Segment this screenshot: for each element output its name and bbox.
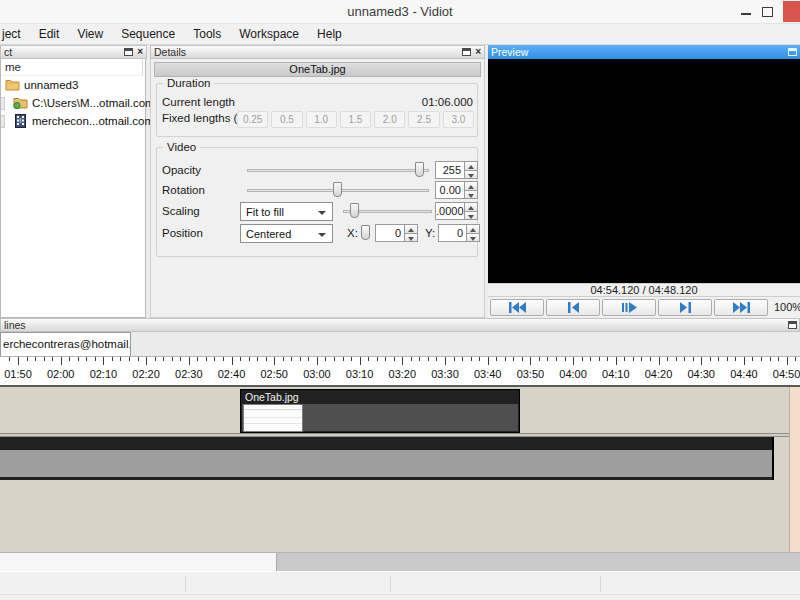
x-label: X: (347, 227, 358, 239)
tree-item[interactable]: C:\Users\M...otmail.com (1, 94, 145, 112)
preview-zoom-level[interactable]: 100% (774, 301, 800, 313)
audio-clip[interactable] (0, 437, 774, 480)
ruler-tick (616, 357, 617, 365)
project-column-header[interactable]: me (1, 59, 145, 76)
menu-item-ject[interactable]: ject (0, 24, 30, 44)
ruler-tick (496, 357, 497, 361)
playback-controls (488, 297, 800, 318)
minimize-icon[interactable] (741, 13, 751, 15)
menu-item-edit[interactable]: Edit (30, 24, 69, 44)
timeline-ruler[interactable]: 01:5002:0002:1002:2002:3002:4002:5003:00… (0, 356, 800, 387)
previous-frame-button[interactable] (546, 299, 600, 316)
menu-item-sequence[interactable]: Sequence (112, 24, 184, 44)
ruler-tick (112, 357, 113, 361)
close-icon[interactable]: × (475, 48, 481, 56)
goto-end-button[interactable] (714, 299, 768, 316)
ruler-tick (667, 357, 668, 361)
ruler-tick (103, 357, 104, 365)
ruler-tick (9, 357, 10, 361)
ruler-tick (573, 357, 574, 365)
current-length-label: Current length (162, 96, 235, 108)
ruler-tick (436, 357, 437, 361)
position-dropdown[interactable]: Centered (240, 224, 333, 243)
opacity-value[interactable]: 255 (435, 161, 465, 179)
play-button[interactable] (602, 299, 656, 316)
fixed-length-button[interactable]: 0.5 (271, 111, 302, 128)
project-panel-header[interactable]: ct × (0, 45, 147, 59)
float-icon[interactable] (788, 48, 797, 56)
tree-item[interactable]: unnamed3 (1, 76, 145, 94)
ruler-tick (744, 357, 745, 365)
fixed-length-button[interactable]: 1.0 (306, 111, 337, 128)
fixed-length-button[interactable]: 2.5 (408, 111, 439, 128)
spin-down-icon[interactable] (465, 171, 478, 180)
spin-down-icon[interactable] (465, 191, 478, 200)
ruler-tick (641, 357, 642, 361)
ruler-tick (86, 357, 87, 361)
opacity-slider-track[interactable] (247, 169, 429, 172)
spin-up-icon[interactable] (465, 181, 478, 191)
menu-item-tools[interactable]: Tools (184, 24, 230, 44)
tree-item[interactable]: merchecon...otmail.com (1, 112, 145, 130)
goto-start-button[interactable] (490, 299, 544, 316)
timeline-tab[interactable]: erchecontreras@hotmail.com (0, 332, 131, 356)
next-frame-button[interactable] (658, 299, 712, 316)
float-icon[interactable] (788, 321, 797, 329)
opacity-slider-thumb[interactable] (415, 162, 424, 177)
ruler-tick-label: 04:40 (730, 368, 758, 380)
scaling-dropdown[interactable]: Fit to fill (240, 202, 333, 221)
fixed-length-button[interactable]: 2.0 (374, 111, 405, 128)
close-icon[interactable] (783, 1, 800, 22)
current-length-value: 01:06.000 (422, 96, 473, 108)
spin-down-icon[interactable] (465, 212, 478, 221)
ruler-tick (778, 357, 779, 361)
preview-panel-header[interactable]: Preview (488, 45, 800, 59)
close-icon[interactable]: × (137, 48, 143, 56)
x-value[interactable]: 0 (375, 224, 405, 242)
timeline-vertical-scrollbar[interactable] (789, 387, 800, 552)
x-slider-thumb[interactable] (361, 225, 370, 240)
spin-down-icon[interactable] (405, 234, 418, 243)
details-panel-header[interactable]: Details × (150, 45, 485, 59)
audio-clip-body (0, 450, 772, 477)
rotation-slider-thumb[interactable] (333, 182, 342, 197)
scrollbar-thumb[interactable] (0, 553, 277, 571)
maximize-icon[interactable] (762, 7, 773, 17)
timeline-horizontal-scrollbar[interactable] (0, 552, 800, 571)
ruler-tick (445, 357, 446, 365)
position-row: Position Centered X: 0 Y: 0 (157, 224, 477, 243)
ruler-tick (659, 357, 660, 365)
video-clip[interactable]: OneTab.jpg (240, 389, 520, 433)
scaling-value[interactable]: .0000 (435, 202, 465, 220)
float-icon[interactable] (124, 48, 133, 56)
spin-up-icon[interactable] (465, 161, 478, 171)
fixed-length-button[interactable]: 0.25 (237, 111, 268, 128)
timelines-panel-title: lines (4, 319, 26, 331)
float-icon[interactable] (462, 48, 471, 56)
fixed-length-button[interactable]: 3.0 (443, 111, 474, 128)
scaling-slider-thumb[interactable] (350, 203, 359, 218)
ruler-tick (513, 357, 514, 361)
menu-item-help[interactable]: Help (308, 24, 351, 44)
ruler-tick (394, 357, 395, 361)
scaling-row: Scaling Fit to fill .0000 (157, 202, 477, 221)
menu-item-view[interactable]: View (68, 24, 112, 44)
previous-frame-icon (567, 299, 580, 317)
y-value[interactable]: 0 (438, 224, 467, 242)
opacity-row: Opacity 255 (157, 161, 477, 180)
scaling-label: Scaling (162, 205, 200, 217)
ruler-tick (505, 357, 506, 361)
ruler-tick (95, 357, 96, 361)
menu-item-workspace[interactable]: Workspace (230, 24, 308, 44)
rotation-value[interactable]: 0.00 (435, 181, 465, 199)
position-label: Position (162, 227, 203, 239)
spin-down-icon[interactable] (467, 234, 480, 243)
spin-up-icon[interactable] (465, 202, 478, 212)
spin-up-icon[interactable] (405, 224, 418, 234)
timelines-panel-header[interactable]: lines (0, 318, 800, 332)
video-clip-body (242, 404, 518, 431)
spin-up-icon[interactable] (467, 224, 480, 234)
ruler-tick (257, 357, 258, 361)
fixed-length-button[interactable]: 1.5 (340, 111, 371, 128)
ruler-tick (752, 357, 753, 361)
